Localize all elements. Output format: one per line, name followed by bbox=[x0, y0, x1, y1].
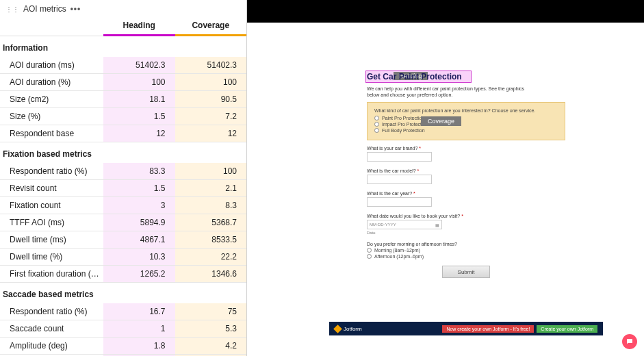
stimulus-preview: Heading Get Car Paint Protection We can … bbox=[247, 0, 644, 356]
option-label: Paint Pro Protection bbox=[382, 116, 424, 120]
visit-date-input[interactable]: MM-DD-YYYY ▦ bbox=[367, 220, 442, 229]
car-brand-input[interactable] bbox=[367, 152, 432, 162]
q5-label: What date would you like to book your vi… bbox=[367, 214, 460, 218]
cell-heading: 100 bbox=[103, 74, 175, 90]
date-hint: Date bbox=[367, 231, 565, 235]
radio-icon bbox=[367, 254, 372, 259]
cell-coverage: 75 bbox=[175, 303, 247, 320]
panel-title: AOI metrics bbox=[23, 4, 66, 14]
table-row: First fixation duration (ms)1265.21346.6 bbox=[0, 266, 246, 283]
cell-coverage: 12 bbox=[175, 125, 247, 142]
metric-label: Amplitude (deg) bbox=[0, 338, 103, 354]
form-card: Heading Get Car Paint Protection We can … bbox=[367, 71, 565, 278]
cell-heading: 10.3 bbox=[103, 249, 175, 265]
cell-heading: 5894.9 bbox=[103, 214, 175, 231]
metric-label: First fixation duration (ms) bbox=[0, 266, 103, 282]
metric-label: Respondent ratio (%) bbox=[0, 303, 103, 320]
option-label: Full Body Protection bbox=[382, 128, 425, 133]
radio-icon bbox=[374, 128, 379, 133]
cell-coverage: 1346.6 bbox=[175, 266, 247, 282]
preview-topbar bbox=[247, 0, 644, 23]
metric-label: TTFF AOI (ms) bbox=[0, 214, 103, 231]
cell-heading: 16.7 bbox=[103, 303, 175, 320]
table-row: Dwell time (%)10.322.2 bbox=[0, 249, 246, 266]
table-row: Fixation count38.3 bbox=[0, 197, 246, 214]
metric-label: Respondent base bbox=[0, 125, 103, 142]
radio-option[interactable]: Full Body Protection bbox=[374, 128, 558, 133]
aoi-overlay-coverage[interactable]: Coverage What kind of car paint protecti… bbox=[367, 102, 565, 140]
radio-icon bbox=[374, 116, 379, 120]
metric-label: Fixation count bbox=[0, 197, 103, 214]
radio-icon bbox=[367, 248, 372, 253]
cell-heading: 12 bbox=[103, 125, 175, 142]
table-row: Size (cm2)18.190.5 bbox=[0, 91, 246, 108]
metric-label: Size (cm2) bbox=[0, 91, 103, 107]
metric-label: Dwell time (%) bbox=[0, 249, 103, 265]
metric-label: Saccade count bbox=[0, 320, 103, 337]
column-heading[interactable]: Heading bbox=[103, 16, 175, 36]
q6-label: Do you prefer morning or afternoon times… bbox=[367, 242, 565, 246]
submit-button[interactable]: Submit bbox=[442, 266, 490, 278]
table-row: AOI duration (%)100100 bbox=[0, 74, 246, 91]
column-coverage[interactable]: Coverage bbox=[175, 16, 247, 36]
cell-coverage: 90.5 bbox=[175, 91, 247, 107]
cell-heading: 1.5 bbox=[103, 180, 175, 196]
radio-option[interactable]: Paint Pro Protection bbox=[374, 116, 558, 120]
cell-coverage: 22.2 bbox=[175, 249, 247, 265]
cell-coverage: 100 bbox=[175, 163, 247, 179]
section-header: Saccade based metrics bbox=[0, 283, 246, 303]
cell-heading: 1.5 bbox=[103, 108, 175, 125]
jotform-logo-icon bbox=[333, 325, 342, 333]
cell-heading: 18.1 bbox=[103, 91, 175, 107]
q2-label: What is your car brand? bbox=[367, 146, 417, 151]
chat-bubble-button[interactable] bbox=[622, 334, 637, 349]
table-row: Respondent ratio (%)83.3100 bbox=[0, 163, 246, 180]
cell-coverage: 5368.7 bbox=[175, 214, 247, 231]
chat-icon bbox=[626, 338, 634, 346]
table-row: Size (%)1.57.2 bbox=[0, 108, 246, 125]
drag-handle-icon[interactable]: ⋮⋮ bbox=[5, 5, 19, 13]
metrics-panel: ⋮⋮ AOI metrics ••• Heading Coverage Info… bbox=[0, 0, 247, 356]
required-mark: * bbox=[419, 146, 421, 151]
table-row: Saccade count15.3 bbox=[0, 320, 246, 338]
cell-heading: 1265.2 bbox=[103, 266, 175, 282]
cell-coverage: 8.3 bbox=[175, 197, 247, 214]
cell-heading: 1 bbox=[103, 320, 175, 337]
metric-label: AOI duration (ms) bbox=[0, 57, 103, 73]
cell-coverage: 100 bbox=[175, 74, 247, 90]
preview-area: Heading Get Car Paint Protection We can … bbox=[247, 23, 644, 356]
table-row: Respondent ratio (%)16.775 bbox=[0, 303, 246, 320]
table-row: Respondent base1212 bbox=[0, 125, 246, 142]
option-label: Morning (8am–12pm) bbox=[374, 248, 420, 253]
table-row: AOI duration (ms)51402.351402.3 bbox=[0, 57, 246, 74]
jotform-cta-create[interactable]: Create your own Jotform bbox=[537, 325, 597, 333]
form-title: Get Car Paint Protection bbox=[367, 71, 565, 83]
metric-label: Dwell time (ms) bbox=[0, 231, 103, 248]
radio-option[interactable]: Afternoon (12pm–6pm) bbox=[367, 254, 565, 259]
aoi-tag-coverage: Coverage bbox=[421, 116, 461, 126]
radio-option[interactable]: Impact Pro Protection bbox=[374, 122, 558, 127]
table-row: Amplitude (deg)1.84.2 bbox=[0, 338, 246, 355]
car-year-input[interactable] bbox=[367, 197, 432, 207]
radio-icon bbox=[374, 122, 379, 127]
metric-label: AOI duration (%) bbox=[0, 74, 103, 90]
metrics-body: InformationAOI duration (ms)51402.351402… bbox=[0, 36, 246, 356]
q4-label: What is the car year? bbox=[367, 191, 412, 196]
cell-coverage: 8533.5 bbox=[175, 231, 247, 248]
more-icon[interactable]: ••• bbox=[70, 4, 81, 14]
jotform-cta-info[interactable]: Now create your own Jotform - It's free! bbox=[442, 325, 534, 333]
radio-option[interactable]: Morning (8am–12pm) bbox=[367, 248, 565, 253]
section-header: Information bbox=[0, 36, 246, 57]
jotform-brand: Jotform bbox=[344, 326, 362, 332]
metric-label: Revisit count bbox=[0, 180, 103, 196]
table-row: TTFF AOI (ms)5894.95368.7 bbox=[0, 214, 246, 231]
cell-coverage: 5.3 bbox=[175, 320, 247, 337]
columns-header: Heading Coverage bbox=[0, 16, 246, 36]
cell-heading: 3 bbox=[103, 197, 175, 214]
cell-heading: 1.8 bbox=[103, 338, 175, 354]
cell-coverage: 51402.3 bbox=[175, 57, 247, 73]
cell-heading: 51402.3 bbox=[103, 57, 175, 73]
q1-label: What kind of car paint protection are yo… bbox=[374, 108, 558, 113]
car-model-input[interactable] bbox=[367, 175, 432, 184]
jotform-bar: Jotform Now create your own Jotform - It… bbox=[329, 322, 603, 335]
